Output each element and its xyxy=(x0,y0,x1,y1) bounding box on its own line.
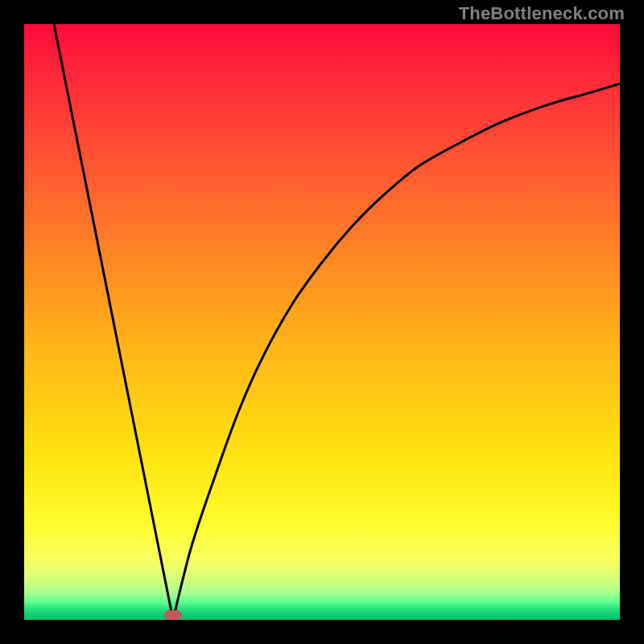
chart-frame: TheBottleneck.com xyxy=(0,0,644,644)
attribution-text: TheBottleneck.com xyxy=(459,3,625,24)
bottleneck-curve xyxy=(24,24,620,620)
plot-area xyxy=(24,24,620,620)
optimum-marker xyxy=(164,610,182,620)
